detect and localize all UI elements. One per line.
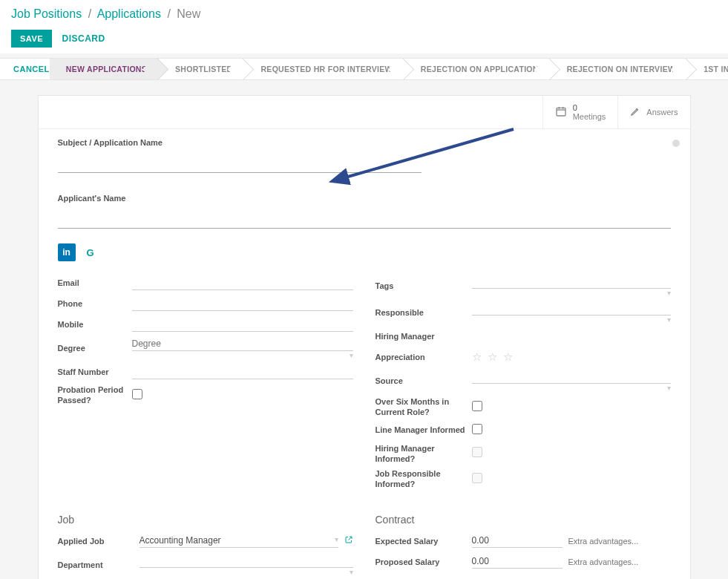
section-job: Job [58, 514, 353, 526]
breadcrumb-l2[interactable]: Applications [97, 7, 161, 20]
label-expected-salary: Expected Salary [376, 536, 472, 546]
applied-job-value[interactable]: Accounting Manager [140, 535, 221, 546]
label-hiring-manager: Hiring Manager [376, 331, 472, 341]
label-source: Source [376, 376, 472, 386]
expected-extra-input[interactable] [568, 535, 671, 547]
stat-answers[interactable]: Answers [617, 96, 689, 128]
stage-bar: NEW APPLICATIONS SHORTLISTED REQUESTED H… [50, 58, 728, 80]
label-job-resp-informed: Job Responsible Informed? [376, 468, 472, 490]
google-icon[interactable]: G [82, 243, 99, 261]
tags-input[interactable] [472, 275, 671, 289]
phone-input[interactable] [132, 297, 353, 311]
breadcrumb[interactable]: Job Positions / Applications / New [11, 7, 717, 21]
stage-rejection-application[interactable]: REJECTION ON APPLICATION [404, 58, 551, 80]
label-responsible: Responsible [376, 307, 472, 318]
status-bar: CANCEL NEW APPLICATIONS SHORTLISTED REQU… [0, 58, 728, 80]
meetings-label: Meetings [573, 112, 606, 121]
probation-checkbox[interactable] [132, 389, 142, 399]
label-probation: Probation Period Passed? [58, 385, 132, 406]
job-resp-informed-checkbox [472, 473, 482, 483]
label-tags: Tags [376, 281, 472, 291]
department-input[interactable] [140, 554, 353, 568]
label-line-mgr: Line Manager Informed [376, 425, 472, 435]
discard-button[interactable]: DISCARD [62, 33, 105, 44]
label-staff-number: Staff Number [58, 367, 132, 377]
stat-meetings[interactable]: 0 Meetings [542, 96, 618, 128]
label-degree: Degree [58, 343, 132, 353]
six-months-checkbox[interactable] [472, 401, 482, 411]
header: Job Positions / Applications / New SAVE … [0, 0, 728, 53]
hiring-mgr-informed-checkbox [472, 447, 482, 457]
label-applicant: Applicant's Name [58, 194, 671, 203]
label-phone: Phone [58, 298, 132, 309]
appreciation-stars[interactable]: ☆ ☆ ☆ [472, 350, 671, 364]
mobile-input[interactable] [132, 318, 353, 332]
label-appreciation: Appreciation [376, 352, 472, 362]
stage-rejection-interview[interactable]: REJECTION ON INTERVIEW [551, 58, 687, 80]
stage-requested-hr[interactable]: REQUESTED HR FOR INTERVIEW [244, 58, 404, 80]
staff-number-input[interactable] [132, 365, 353, 379]
proposed-extra-input[interactable] [568, 556, 671, 568]
proposed-salary-value[interactable]: 0.00 [472, 555, 563, 569]
linkedin-icon[interactable]: in [58, 243, 76, 261]
label-applied-job: Applied Job [58, 536, 140, 546]
breadcrumb-l3: New [177, 7, 200, 20]
stage-new-applications[interactable]: NEW APPLICATIONS [50, 58, 159, 80]
email-input[interactable] [132, 276, 353, 290]
label-department: Department [58, 560, 140, 570]
label-email: Email [58, 278, 132, 288]
breadcrumb-l1[interactable]: Job Positions [11, 7, 82, 20]
availability-input[interactable] [472, 575, 671, 579]
meetings-count: 0 [573, 103, 577, 112]
line-mgr-checkbox[interactable] [472, 424, 482, 434]
label-subject: Subject / Application Name [58, 138, 671, 147]
label-mobile: Mobile [58, 319, 132, 330]
responsible-input[interactable] [472, 301, 671, 315]
external-link-icon[interactable] [344, 535, 353, 546]
source-input[interactable] [472, 370, 671, 384]
subject-input[interactable] [58, 151, 422, 173]
save-button[interactable]: SAVE [11, 30, 52, 48]
applicant-name-input[interactable] [58, 207, 671, 229]
section-contract: Contract [376, 514, 671, 526]
kanban-status-dot[interactable] [672, 140, 680, 147]
degree-select[interactable] [132, 337, 353, 351]
form-sheet: 0 Meetings Answers Subject / Application… [38, 95, 691, 579]
calendar-icon [555, 105, 567, 119]
label-six-months: Over Six Months in Current Role? [376, 396, 472, 418]
edit-icon [630, 106, 640, 118]
svg-rect-0 [557, 108, 565, 116]
cancel-button[interactable]: CANCEL [13, 65, 50, 73]
stage-shortlisted[interactable]: SHORTLISTED [159, 58, 244, 80]
label-hiring-mgr-informed: Hiring Manager Informed? [376, 443, 472, 465]
expected-salary-value[interactable]: 0.00 [472, 534, 563, 548]
answers-label: Answers [646, 108, 678, 117]
label-proposed-salary: Proposed Salary [376, 557, 472, 567]
